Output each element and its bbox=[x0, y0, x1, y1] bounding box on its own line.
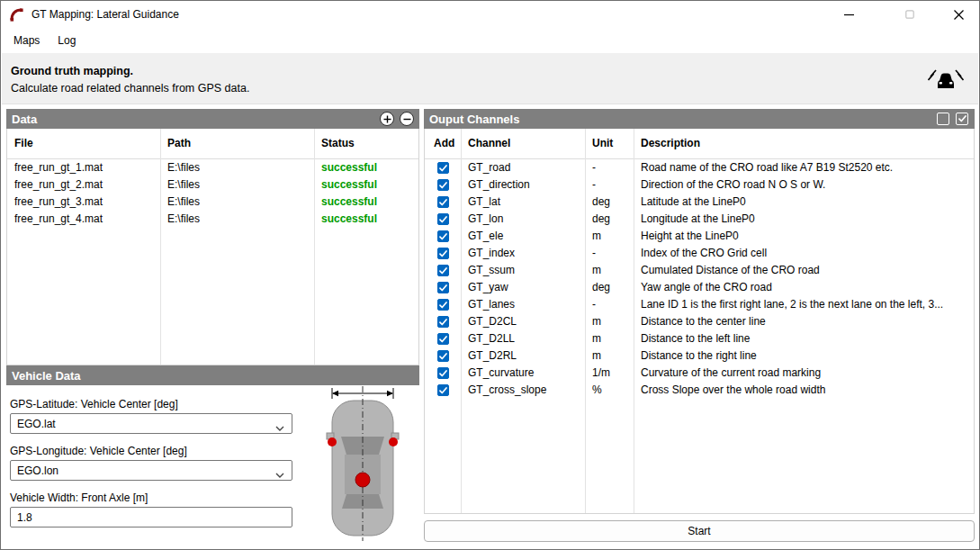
channel-cell: GT_road bbox=[461, 159, 585, 176]
window-title: GT Mapping: Lateral Guidance bbox=[31, 8, 179, 21]
output-channel-row: GT_direction-Direction of the CRO road N… bbox=[425, 176, 974, 194]
header-strip: Ground truth mapping. Calculate road rel… bbox=[2, 53, 978, 104]
add-cell bbox=[425, 282, 461, 293]
col-header-description: Description bbox=[634, 135, 974, 152]
unit-cell: 1/m bbox=[585, 365, 634, 382]
output-channel-row: GT_yawdegYaw angle of the CRO road bbox=[425, 279, 974, 296]
channel-checkbox[interactable] bbox=[437, 230, 449, 242]
description-cell: Longitude at the LineP0 bbox=[634, 211, 974, 228]
output-table: Add Channel Unit Description GT_road-Roa… bbox=[424, 129, 975, 514]
channel-cell: GT_index bbox=[461, 245, 585, 262]
col-header-path: Path bbox=[160, 135, 314, 152]
description-cell: Cross Slope over the whole road width bbox=[634, 382, 974, 399]
output-table-body: GT_road-Road name of the CRO road like A… bbox=[425, 159, 974, 399]
car-assist-icon bbox=[928, 65, 964, 93]
unit-cell: deg bbox=[585, 279, 634, 296]
unit-cell: m bbox=[585, 313, 634, 330]
add-cell bbox=[425, 230, 461, 242]
channel-checkbox[interactable] bbox=[437, 265, 449, 276]
gps-longitude-select[interactable]: EGO.lon bbox=[10, 460, 292, 481]
channel-checkbox[interactable] bbox=[437, 196, 449, 208]
channel-cell: GT_ele bbox=[461, 228, 585, 245]
data-file-row[interactable]: free_run_gt_4.matE:\filessuccessful bbox=[7, 211, 418, 228]
unit-cell: deg bbox=[585, 211, 634, 228]
channel-checkbox[interactable] bbox=[437, 316, 449, 328]
file-cell: free_run_gt_2.mat bbox=[7, 176, 160, 194]
menubar: Maps Log bbox=[1, 28, 979, 53]
column-separator bbox=[634, 129, 634, 513]
select-none-button[interactable] bbox=[937, 113, 949, 125]
status-cell: successful bbox=[314, 211, 418, 228]
channel-checkbox[interactable] bbox=[437, 350, 449, 362]
description-cell: Yaw angle of the CRO road bbox=[634, 279, 974, 296]
gps-latitude-value: EGO.lat bbox=[17, 418, 56, 430]
vehicle-data-panel: Vehicle Data GPS-Latitude: Vehicle Cente… bbox=[6, 365, 419, 546]
add-file-button[interactable] bbox=[380, 112, 394, 126]
data-panel: Data File Path Status free_run_gt_1.matE… bbox=[6, 109, 419, 365]
col-header-channel: Channel bbox=[461, 135, 585, 152]
data-file-row[interactable]: free_run_gt_2.matE:\filessuccessful bbox=[7, 176, 418, 194]
add-cell bbox=[425, 299, 461, 311]
menu-log[interactable]: Log bbox=[49, 28, 85, 53]
channel-checkbox[interactable] bbox=[437, 367, 449, 379]
col-header-unit: Unit bbox=[585, 135, 634, 152]
add-cell bbox=[425, 162, 461, 174]
unit-cell: m bbox=[585, 347, 634, 365]
vehicle-width-input[interactable]: 1.8 bbox=[10, 507, 292, 527]
column-separator bbox=[314, 129, 315, 365]
output-channel-row: GT_D2RLmDistance to the right line bbox=[425, 347, 974, 365]
channel-checkbox[interactable] bbox=[437, 179, 449, 191]
output-channel-row: GT_ssummCumulated Distance of the CRO ro… bbox=[425, 262, 974, 279]
column-separator bbox=[160, 129, 161, 365]
data-table: File Path Status free_run_gt_1.matE:\fil… bbox=[6, 129, 419, 365]
channel-checkbox[interactable] bbox=[437, 162, 449, 174]
file-cell: free_run_gt_1.mat bbox=[7, 159, 160, 176]
select-all-button[interactable] bbox=[956, 113, 968, 125]
channel-checkbox[interactable] bbox=[437, 333, 449, 345]
unit-cell: - bbox=[585, 176, 634, 194]
data-file-row[interactable]: free_run_gt_3.matE:\filessuccessful bbox=[7, 194, 418, 211]
add-cell bbox=[425, 213, 461, 225]
status-cell: successful bbox=[314, 159, 418, 176]
channel-cell: GT_ssum bbox=[461, 262, 585, 279]
channel-checkbox[interactable] bbox=[437, 248, 449, 259]
description-cell: Road name of the CRO road like A7 B19 St… bbox=[634, 159, 974, 176]
status-cell: successful bbox=[314, 194, 418, 211]
col-header-add: Add bbox=[425, 135, 461, 152]
path-cell: E:\files bbox=[160, 159, 314, 176]
output-panel-title: Ouput Channels bbox=[429, 113, 519, 126]
gps-latitude-select[interactable]: EGO.lat bbox=[10, 413, 292, 434]
unit-cell: - bbox=[585, 245, 634, 262]
col-header-file: File bbox=[7, 135, 160, 152]
channel-cell: GT_lon bbox=[461, 211, 585, 228]
path-cell: E:\files bbox=[160, 211, 314, 228]
path-cell: E:\files bbox=[160, 176, 314, 194]
vehicle-top-view-figure bbox=[305, 386, 420, 541]
description-cell: Lane ID 1 is the first right lane, 2 is … bbox=[634, 296, 974, 313]
channel-checkbox[interactable] bbox=[437, 384, 449, 396]
output-channel-row: GT_road-Road name of the CRO road like A… bbox=[425, 159, 974, 176]
column-separator bbox=[461, 129, 462, 513]
maximize-button[interactable] bbox=[883, 1, 937, 28]
app-icon bbox=[9, 7, 24, 23]
output-panel-header: Ouput Channels bbox=[424, 109, 975, 129]
channel-checkbox[interactable] bbox=[437, 299, 449, 311]
output-channel-row: GT_elemHeight at the LineP0 bbox=[425, 228, 974, 245]
channel-checkbox[interactable] bbox=[437, 213, 449, 225]
start-button[interactable]: Start bbox=[424, 520, 975, 542]
unit-cell: % bbox=[585, 382, 634, 399]
remove-file-button[interactable] bbox=[400, 112, 414, 126]
unit-cell: m bbox=[585, 228, 634, 245]
col-header-status: Status bbox=[314, 135, 418, 152]
unit-cell: m bbox=[585, 330, 634, 347]
add-cell bbox=[425, 316, 461, 328]
unit-cell: - bbox=[585, 296, 634, 313]
menu-maps[interactable]: Maps bbox=[4, 28, 49, 53]
path-cell: E:\files bbox=[160, 194, 314, 211]
minimize-button[interactable] bbox=[822, 1, 876, 28]
titlebar[interactable]: GT Mapping: Lateral Guidance bbox=[1, 1, 979, 28]
close-button[interactable] bbox=[937, 1, 980, 28]
output-table-header: Add Channel Unit Description bbox=[425, 129, 974, 159]
channel-checkbox[interactable] bbox=[437, 282, 449, 293]
data-file-row[interactable]: free_run_gt_1.matE:\filessuccessful bbox=[7, 159, 418, 176]
